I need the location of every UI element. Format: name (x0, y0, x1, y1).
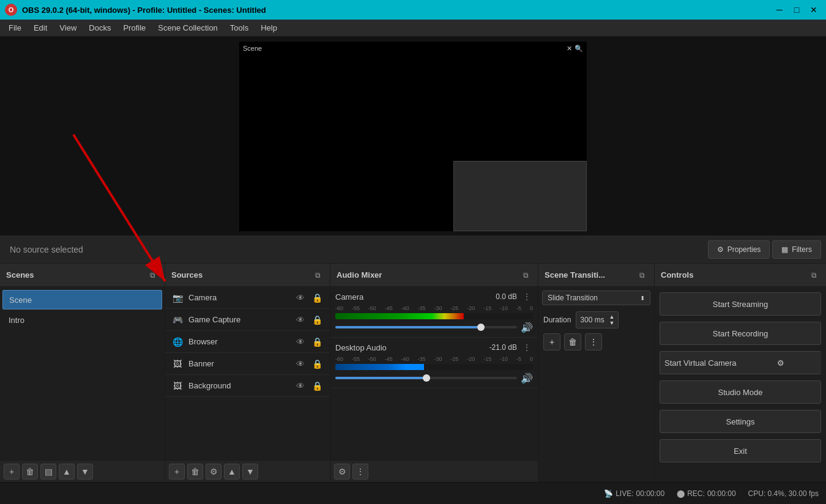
close-button[interactable]: ✕ (806, 2, 821, 17)
rec-label: REC: (687, 489, 705, 498)
menu-help[interactable]: Help (255, 21, 283, 35)
source-visibility-camera[interactable]: 👁 (295, 292, 306, 304)
audio-channel-desktop: Desktop Audio -21.0 dB ⋮ -60-55-50-45-40… (330, 338, 538, 388)
sources-down-button[interactable]: ▼ (242, 464, 258, 480)
menu-scene-collection[interactable]: Scene Collection (152, 21, 224, 35)
source-visibility-browser[interactable]: 👁 (295, 336, 306, 348)
browser-source-icon: 🌐 (171, 337, 184, 347)
source-visibility-game[interactable]: 👁 (295, 314, 306, 326)
audio-dock-btn[interactable]: ⧉ (519, 269, 532, 281)
desktop-audio-menu[interactable]: ⋮ (521, 341, 533, 354)
desktop-mute-btn[interactable]: 🔊 (521, 372, 533, 384)
scenes-panel-header: Scenes ⧉ (0, 264, 165, 287)
audio-settings-button[interactable]: ⚙ (334, 464, 350, 480)
source-lock-game[interactable]: 🔒 (311, 314, 324, 326)
camera-volume-slider[interactable] (335, 326, 517, 328)
studio-mode-button[interactable]: Studio Mode (660, 380, 821, 404)
live-icon: 📡 (604, 489, 613, 498)
scenes-filter-button[interactable]: ▤ (40, 464, 56, 480)
panels: Scenes ⧉ Scene Intro + 🗑 ▤ ▲ ▼ Sources ⧉ (0, 264, 826, 482)
source-item-camera[interactable]: 📷 Camera 👁 🔒 (165, 287, 330, 309)
source-item-browser[interactable]: 🌐 Browser 👁 🔒 (165, 331, 330, 353)
menu-profile[interactable]: Profile (117, 21, 152, 35)
preview-close-icon[interactable]: ✕ (567, 45, 572, 53)
banner-source-icon: 🖼 (171, 359, 184, 369)
camera-mute-btn[interactable]: 🔊 (521, 321, 533, 333)
sources-dock-btn[interactable]: ⧉ (311, 269, 324, 281)
controls-dock-btn[interactable]: ⧉ (808, 269, 820, 281)
preview-scene-label: Scene (243, 45, 262, 52)
status-rec: ⬤ REC: 00:00:00 (677, 489, 735, 498)
transition-delete-btn[interactable]: 🗑 (564, 333, 581, 350)
sources-add-button[interactable]: + (169, 464, 185, 480)
transition-add-btn[interactable]: + (543, 333, 560, 350)
scenes-add-button[interactable]: + (4, 464, 20, 480)
camera-volume-thumb (477, 324, 485, 331)
transitions-panel: Scene Transiti... ⧉ Slide Transition ⬍ D… (538, 264, 655, 482)
scenes-title: Scenes (6, 270, 34, 280)
start-recording-button[interactable]: Start Recording (660, 322, 821, 345)
transitions-title: Scene Transiti... (545, 270, 605, 280)
virtual-cam-settings-button[interactable]: ⚙ (741, 351, 822, 374)
transitions-content: Slide Transition ⬍ Duration 300 ms ▲▼ + … (538, 287, 654, 482)
exit-label: Exit (734, 447, 747, 456)
desktop-audio-controls: 🔊 (335, 372, 533, 384)
source-item-game-capture[interactable]: 🎮 Game Capture 👁 🔒 (165, 309, 330, 331)
menu-tools[interactable]: Tools (224, 21, 255, 35)
desktop-volume-thumb (423, 374, 430, 382)
start-streaming-button[interactable]: Start Streaming (660, 292, 821, 316)
gear-icon: ⚙ (717, 245, 724, 254)
desktop-channel-db: -21.0 dB (489, 343, 517, 352)
scene-item-scene[interactable]: Scene (2, 290, 162, 309)
virtual-cam-gear-icon: ⚙ (777, 358, 784, 368)
audio-menu-button[interactable]: ⋮ (352, 464, 368, 480)
live-time: 00:00:00 (636, 489, 664, 498)
background-source-icon: 🖼 (171, 381, 184, 391)
menu-docks[interactable]: Docks (83, 21, 117, 35)
camera-audio-menu[interactable]: ⋮ (521, 291, 533, 303)
source-visibility-banner[interactable]: 👁 (295, 358, 306, 370)
sources-settings-button[interactable]: ⚙ (206, 464, 221, 480)
audio-scale-desktop: -60-55-50-45-40-35-30-25-20-15-10-50 (335, 356, 533, 362)
source-item-banner[interactable]: 🖼 Banner 👁 🔒 (165, 353, 330, 375)
sources-delete-button[interactable]: 🗑 (187, 464, 203, 480)
minimize-button[interactable]: ─ (772, 2, 787, 17)
desktop-volume-slider[interactable] (335, 377, 517, 379)
settings-button[interactable]: Settings (660, 410, 821, 433)
exit-button[interactable]: Exit (660, 439, 821, 462)
scenes-delete-button[interactable]: 🗑 (22, 464, 38, 480)
transitions-dock-btn[interactable]: ⧉ (636, 269, 648, 281)
audio-channels: Camera 0.0 dB ⋮ -60-55-50-45-40-35-30-25… (330, 287, 538, 460)
transition-select[interactable]: Slide Transition ⬍ (542, 291, 650, 305)
live-label: LIVE: (616, 489, 633, 498)
virtual-cam-row: Start Virtual Camera ⚙ (660, 348, 821, 377)
duration-label: Duration (543, 316, 571, 324)
source-visibility-background[interactable]: 👁 (295, 380, 306, 392)
preview-search-icon[interactable]: 🔍 (575, 45, 583, 53)
transition-menu-btn[interactable]: ⋮ (585, 333, 602, 350)
source-lock-banner[interactable]: 🔒 (311, 358, 324, 370)
source-item-background[interactable]: 🖼 Background 👁 🔒 (165, 375, 330, 397)
source-lock-browser[interactable]: 🔒 (311, 336, 324, 348)
menu-file[interactable]: File (2, 21, 28, 35)
sources-up-button[interactable]: ▲ (224, 464, 240, 480)
audio-channel-camera: Camera 0.0 dB ⋮ -60-55-50-45-40-35-30-25… (330, 287, 538, 338)
properties-button[interactable]: ⚙ Properties (708, 240, 770, 259)
source-lock-background[interactable]: 🔒 (311, 380, 324, 392)
duration-spinners: ▲▼ (609, 314, 614, 326)
scene-item-intro[interactable]: Intro (2, 310, 162, 330)
titlebar: O OBS 29.0.2 (64-bit, windows) - Profile… (0, 0, 826, 20)
scenes-up-button[interactable]: ▲ (59, 464, 75, 480)
rec-icon: ⬤ (677, 489, 685, 498)
filters-button[interactable]: ▦ Filters (772, 240, 821, 259)
maximize-button[interactable]: □ (789, 2, 804, 17)
scenes-down-button[interactable]: ▼ (77, 464, 93, 480)
scenes-dock-btn[interactable]: ⧉ (146, 269, 158, 281)
duration-input[interactable]: 300 ms ▲▼ (576, 311, 619, 328)
source-lock-camera[interactable]: 🔒 (311, 292, 324, 304)
studio-mode-label: Studio Mode (718, 388, 763, 397)
camera-meter-bar (335, 313, 533, 319)
menu-edit[interactable]: Edit (28, 21, 53, 35)
start-virtual-camera-button[interactable]: Start Virtual Camera (660, 351, 741, 374)
menu-view[interactable]: View (53, 21, 83, 35)
